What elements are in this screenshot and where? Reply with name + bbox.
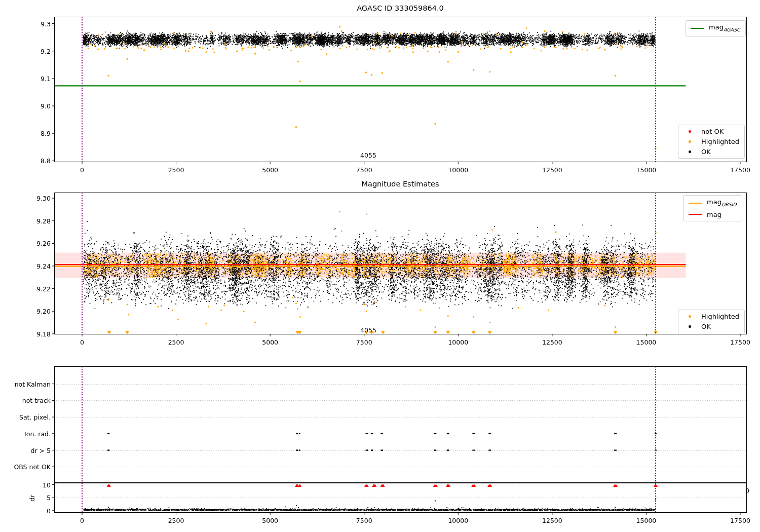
- y-tick-label: 9.3: [41, 20, 51, 27]
- y-tick-label: OBS not OK: [14, 463, 51, 471]
- x-tick-label: 17500: [730, 517, 750, 524]
- legend-label: not OK: [701, 128, 724, 135]
- legend-line-swatch: [689, 214, 702, 215]
- figure: AGASC ID 333059864.0 Magnitude Estimates…: [0, 0, 760, 532]
- middle-obsid-annotation: 4055: [360, 326, 376, 334]
- y-tick-label: 8.9: [41, 130, 51, 137]
- y-tick-label: dr > 5: [31, 446, 51, 454]
- legend-label-subscript: OBSID: [721, 202, 737, 207]
- x-tick-label: 17500: [730, 166, 750, 174]
- y-tick-label: 10: [43, 481, 51, 488]
- legend-label-text: Highlighted: [701, 313, 739, 320]
- legend-entry: OK: [683, 148, 739, 156]
- legend-label-text: mag: [709, 23, 724, 31]
- legend-point-types: not OKHighlightedOK: [678, 125, 745, 159]
- y-tick-label: Ion. rad.: [24, 430, 51, 437]
- x-tick-label: 2500: [168, 338, 184, 346]
- top-plot-title: AGASC ID 333059864.0: [357, 4, 444, 12]
- legend-label-text: mag: [707, 211, 721, 218]
- y-tick-label: 9.28: [36, 217, 51, 224]
- middle-plot-title: Magnitude Estimates: [361, 180, 439, 188]
- legend-dot-swatch: [683, 150, 696, 153]
- top-obsid-annotation: 4055: [360, 151, 376, 159]
- legend-dot-swatch: [683, 325, 696, 328]
- x-tick-label: 7500: [356, 517, 372, 524]
- y-tick-label: not track: [22, 397, 51, 404]
- legend-label: Highlighted: [701, 138, 739, 145]
- y-tick-label: 0: [47, 507, 51, 514]
- y-tick-label: 8.8: [41, 157, 51, 165]
- dr-axis-label: dr: [28, 495, 36, 502]
- legend-dot-swatch: [683, 315, 696, 318]
- y-tick-label: 9.20: [36, 308, 51, 315]
- x-tick-label: 0: [80, 166, 84, 174]
- legend-label-text: not OK: [701, 128, 724, 135]
- y-tick-label: 9.24: [36, 262, 51, 270]
- x-tick-label: 2500: [168, 166, 184, 174]
- x-tick-label: 5000: [262, 166, 278, 174]
- y-tick-label: 9.22: [36, 285, 51, 292]
- x-tick-label: 2500: [168, 517, 184, 524]
- y-tick-label: 9.0: [41, 102, 51, 109]
- x-tick-label: 10000: [448, 166, 468, 174]
- legend-entry: not OK: [683, 128, 739, 135]
- legend-label-text: Highlighted: [701, 138, 739, 145]
- x-tick-label: 12500: [542, 166, 562, 174]
- legend-line-swatch: [689, 203, 702, 204]
- legend-label-subscript: AGASC: [724, 27, 740, 32]
- x-tick-label: 17500: [730, 338, 750, 346]
- y-tick-label: Sat. pixel.: [19, 413, 51, 421]
- legend-label: OK: [701, 323, 711, 330]
- legend-line-swatch: [691, 28, 704, 29]
- legend-label-text: OK: [701, 323, 711, 330]
- y-tick-label: 9.30: [36, 195, 51, 202]
- x-tick-label: 5000: [262, 517, 278, 524]
- legend-point-types: HighlightedOK: [678, 310, 745, 333]
- legend-label: magOBSID: [707, 198, 737, 208]
- legend-entry: magOBSID: [689, 198, 737, 208]
- figure-canvas: [0, 0, 760, 532]
- legend-mag-lines: magOBSIDmag: [683, 195, 742, 221]
- legend-entry: OK: [683, 323, 739, 330]
- clipped-tick-label: 0: [745, 487, 749, 495]
- x-tick-label: 12500: [542, 517, 562, 524]
- x-tick-label: 7500: [356, 338, 372, 346]
- x-tick-label: 12500: [542, 338, 562, 346]
- legend-label: mag: [707, 211, 721, 218]
- y-tick-label: 9.26: [36, 240, 51, 247]
- legend-entry: magAGASC: [691, 23, 740, 33]
- legend-dot-swatch: [683, 130, 696, 133]
- legend-dot-swatch: [683, 140, 696, 143]
- x-tick-label: 15000: [636, 517, 657, 524]
- x-tick-label: 10000: [448, 517, 468, 524]
- y-tick-label: 9.1: [41, 74, 51, 82]
- x-tick-label: 10000: [448, 338, 468, 346]
- y-tick-label: 5: [47, 494, 51, 502]
- legend-label-text: OK: [701, 148, 711, 156]
- legend-label: magAGASC: [709, 23, 740, 33]
- legend-entry: Highlighted: [683, 313, 739, 320]
- legend-label: Highlighted: [701, 313, 739, 320]
- legend-entry: Highlighted: [683, 138, 739, 145]
- x-tick-label: 15000: [636, 166, 657, 174]
- x-tick-label: 15000: [636, 338, 657, 346]
- y-tick-label: not Kalman: [15, 380, 51, 388]
- x-tick-label: 0: [80, 338, 84, 346]
- legend-mag-agasc: magAGASC: [686, 20, 746, 36]
- y-tick-label: 9.2: [41, 47, 51, 55]
- legend-entry: mag: [689, 211, 737, 218]
- y-tick-label: 9.18: [36, 330, 51, 337]
- x-tick-label: 0: [80, 517, 84, 524]
- legend-label: OK: [701, 148, 711, 156]
- x-tick-label: 5000: [262, 338, 278, 346]
- x-tick-label: 7500: [356, 166, 372, 174]
- legend-label-text: mag: [707, 198, 721, 206]
